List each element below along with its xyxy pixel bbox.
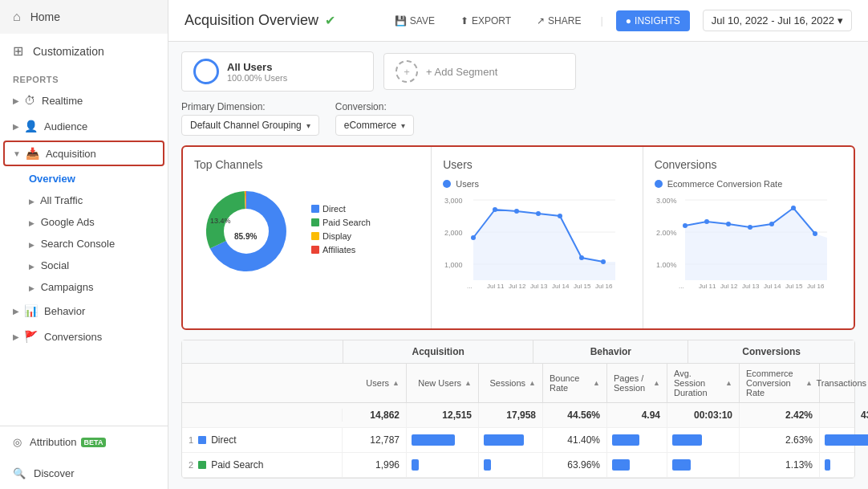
svg-text:1.00%: 1.00% [656, 261, 677, 269]
channel-label: Direct [211, 434, 236, 446]
check-icon: ✔ [325, 13, 335, 28]
col-ecr[interactable]: Ecommerce Conversion Rate ▲ [740, 364, 820, 402]
col-avg-session[interactable]: Avg. Session Duration ▲ [667, 364, 740, 402]
sidebar-item-audience[interactable]: ▶ 👤 Audience [0, 113, 168, 139]
primary-dimension-label: Primary Dimension: [181, 101, 319, 112]
col-users[interactable]: Users ▲ [343, 364, 407, 402]
primary-dimension-select[interactable]: Default Channel Grouping ▾ [181, 115, 319, 136]
row1-channel[interactable]: 1 Direct [182, 428, 343, 452]
col-new-users[interactable]: New Users ▲ [407, 364, 479, 402]
google-ads-label: Google Ads [41, 216, 95, 228]
total-sessions: 17,958 [479, 403, 543, 427]
svg-text:3.00%: 3.00% [656, 197, 677, 205]
col-transactions[interactable]: Transactions ▲ [820, 364, 868, 402]
save-button[interactable]: 💾 SAVE [388, 12, 441, 30]
display-color [311, 232, 319, 240]
sidebar-item-acquisition[interactable]: ▼ 📥 Acquisition [3, 141, 164, 166]
totals-row: 14,862 12,515 17,958 44.56% 4.94 00:03:1… [182, 403, 854, 428]
svg-text:...: ... [679, 283, 684, 290]
row2-new-users-bar [407, 453, 479, 477]
col-sessions[interactable]: Sessions ▲ [479, 364, 543, 402]
table-group-headers: Acquisition Behavior Conversions [182, 340, 854, 364]
top-channels-panel: Top Channels [183, 147, 432, 328]
col-bounce-rate[interactable]: Bounce Rate ▲ [543, 364, 607, 402]
svg-point-15 [601, 259, 606, 264]
conversions-label: Conversions [44, 331, 102, 343]
acquisition-group-label: Acquisition [343, 340, 533, 363]
users-line-chart: 3,000 2,000 1,000 [443, 194, 619, 290]
conversion-select[interactable]: eCommerce ▾ [335, 115, 414, 136]
sidebar-child-social[interactable]: ▶ Social [0, 255, 168, 276]
col-pages-session[interactable]: Pages / Session ▲ [607, 364, 667, 402]
sidebar-child-google-ads[interactable]: ▶ Google Ads [0, 211, 168, 233]
conversions-dot [655, 180, 663, 188]
sort-icon: ▲ [653, 379, 660, 387]
svg-text:Jul 13: Jul 13 [742, 283, 760, 290]
conversions-chart-title: Conversions [655, 158, 842, 171]
realtime-label: Realtime [42, 95, 83, 107]
users-panel: Users Users 3,000 2,000 1,000 [432, 147, 643, 328]
total-transactions: 435 [820, 403, 868, 427]
segment-circle [193, 59, 219, 84]
channel-label: Paid Search [211, 459, 263, 471]
reports-label: REPORTS [0, 68, 168, 88]
row1-users: 12,787 [343, 428, 407, 452]
arrow-icon: ▶ [29, 241, 34, 249]
chevron-down-icon: ▾ [306, 121, 310, 130]
header-actions: 💾 SAVE ⬆ EXPORT ↗ SHARE | ● INSIGHTS Jul… [388, 10, 852, 31]
svg-text:Jul 12: Jul 12 [509, 283, 526, 290]
spacer [182, 340, 343, 363]
sidebar-child-campaigns[interactable]: ▶ Campaigns [0, 276, 168, 298]
primary-dimension-value: Default Channel Grouping [190, 120, 302, 131]
realtime-icon: ⏱ [24, 94, 35, 107]
svg-text:...: ... [467, 283, 473, 290]
sidebar-item-conversions[interactable]: ▶ 🚩 Conversions [0, 324, 168, 349]
page-title-container: Acquisition Overview ✔ [185, 12, 335, 29]
add-circle-icon: + [395, 60, 418, 83]
date-range-picker[interactable]: Jul 10, 2022 - Jul 16, 2022 ▾ [703, 10, 852, 31]
sidebar-item-behavior[interactable]: ▶ 📊 Behavior [0, 298, 168, 324]
add-segment-button[interactable]: + + Add Segment [383, 53, 576, 90]
svg-text:Jul 11: Jul 11 [699, 283, 716, 290]
arrow-icon: ▶ [29, 219, 34, 227]
row2-channel[interactable]: 2 Paid Search [182, 453, 343, 477]
attribution-icon: ◎ [13, 436, 22, 448]
sidebar-child-search-console[interactable]: ▶ Search Console [0, 233, 168, 255]
share-button[interactable]: ↗ SHARE [530, 12, 587, 30]
sidebar-item-discover[interactable]: 🔍 Discover [0, 458, 168, 489]
beta-badge: BETA [81, 438, 107, 447]
svg-text:Jul 11: Jul 11 [487, 283, 505, 290]
sidebar-item-home[interactable]: ⌂ Home [0, 0, 168, 34]
channel-color [198, 436, 206, 444]
export-button[interactable]: ⬆ EXPORT [454, 12, 517, 30]
sidebar-item-customization[interactable]: ⊞ Customization [0, 34, 168, 68]
row2-avg-bar [667, 453, 740, 477]
charts-section: Top Channels [181, 145, 855, 330]
insights-button[interactable]: ● INSIGHTS [616, 10, 690, 31]
svg-text:Jul 15: Jul 15 [785, 283, 803, 290]
legend-affiliates: Affiliates [311, 245, 371, 255]
sidebar-child-overview[interactable]: Overview [0, 168, 168, 189]
overview-label: Overview [29, 173, 75, 185]
main-body: All Users 100.00% Users + + Add Segment … [168, 42, 868, 489]
all-traffic-label: All Traffic [40, 194, 83, 206]
date-range-text: Jul 10, 2022 - Jul 16, 2022 [712, 14, 834, 26]
conversions-icon: 🚩 [24, 330, 38, 343]
arrow-icon: ▼ [13, 149, 21, 158]
discover-label: Discover [34, 467, 75, 479]
all-users-segment[interactable]: All Users 100.00% Users [181, 51, 374, 92]
main-content: Acquisition Overview ✔ 💾 SAVE ⬆ EXPORT ↗… [168, 0, 868, 489]
total-users: 14,862 [343, 403, 407, 427]
table-row: 2 Paid Search 1,996 63.96% 1.1 [182, 453, 854, 478]
customization-label: Customization [33, 45, 104, 58]
attribution-label: Attribution [30, 436, 77, 448]
sidebar-item-attribution[interactable]: ◎ Attribution BETA [0, 426, 168, 458]
sidebar-child-all-traffic[interactable]: ▶ All Traffic [0, 189, 168, 211]
sidebar-item-realtime[interactable]: ▶ ⏱ Realtime [0, 88, 168, 113]
arrow-icon: ▶ [13, 96, 19, 105]
svg-point-13 [558, 214, 562, 218]
segments-bar: All Users 100.00% Users + + Add Segment [181, 51, 855, 92]
sort-icon: ▲ [593, 379, 600, 387]
campaigns-label: Campaigns [41, 281, 94, 293]
svg-text:Jul 16: Jul 16 [807, 283, 825, 290]
